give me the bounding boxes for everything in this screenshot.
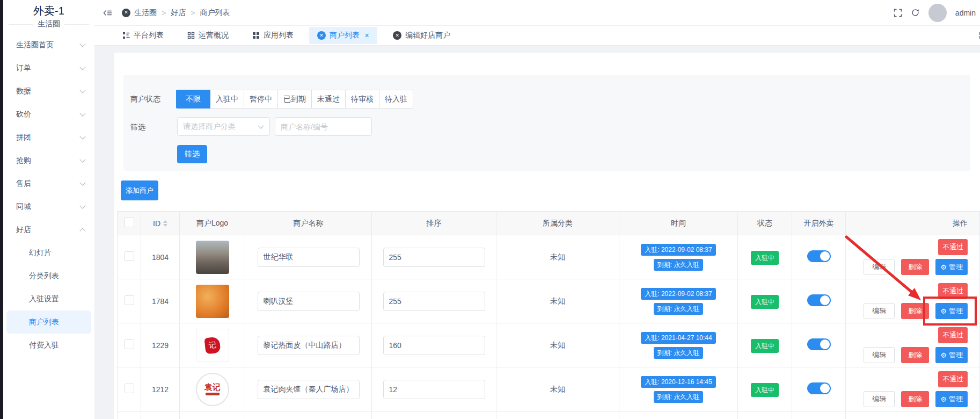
sidebar-item-home[interactable]: 生活圈首页 (3, 33, 94, 56)
reject-button[interactable]: 不通过 (938, 327, 968, 343)
reject-button[interactable]: 不通过 (938, 239, 968, 255)
merchant-id: 1229 (141, 323, 180, 367)
fullscreen-icon[interactable] (894, 9, 902, 17)
select-all-checkbox[interactable] (125, 218, 134, 227)
join-time-badge: 入驻: 2021-04-27 10:44 (641, 332, 715, 344)
status-option-rejected[interactable]: 未通过 (311, 90, 346, 109)
status-option-active[interactable]: 入驻中 (210, 90, 244, 109)
column-id[interactable]: ID (153, 219, 160, 228)
merchant-id: 1212 (141, 367, 180, 411)
breadcrumb-item[interactable]: 好店 (171, 8, 186, 18)
table-row: 1784 未知 入驻: 2022-09-02 08:37到期: 永久入驻 入驻中… (118, 279, 980, 323)
sort-input[interactable] (383, 380, 485, 399)
edit-button[interactable]: 编辑 (864, 391, 895, 407)
takeout-toggle[interactable] (807, 382, 831, 394)
edit-button[interactable]: 编辑 (864, 303, 895, 319)
delete-button[interactable]: 删除 (901, 391, 929, 407)
sidebar-item-flash-sale[interactable]: 抢购 (3, 149, 94, 172)
delete-button[interactable]: 删除 (901, 303, 929, 319)
username[interactable]: admin (955, 9, 976, 17)
sort-input[interactable] (383, 248, 485, 267)
tab-app-list[interactable]: 应用列表 (244, 27, 302, 44)
merchant-logo (196, 285, 229, 318)
sidebar-item-orders[interactable]: 订单 (3, 56, 94, 80)
sidebar-subitem-merchant-list[interactable]: 商户列表 (6, 310, 91, 334)
filter-panel: 商户状态 不限 入驻中 暂停中 已到期 未通过 待审核 待入驻 筛选 请选择商户… (123, 75, 970, 171)
tab-platform-list[interactable]: 平台列表 (114, 27, 172, 44)
takeout-toggle[interactable] (807, 338, 831, 350)
sidebar-item-group-buy[interactable]: 拼团 (3, 126, 94, 149)
reject-button[interactable]: 不通过 (938, 283, 968, 299)
tab-operation-overview[interactable]: 运营概况 (179, 27, 237, 44)
join-time-badge: 入驻: 2020-12-16 14:45 (641, 376, 715, 388)
add-merchant-button[interactable]: 添加商户 (121, 180, 158, 200)
sidebar-item-bargain[interactable]: 砍价 (3, 103, 94, 126)
merchant-keyword-input[interactable] (275, 117, 372, 136)
sidebar-item-data[interactable]: 数据 (3, 80, 94, 103)
edit-button[interactable]: 编辑 (864, 259, 895, 275)
status-option-all[interactable]: 不限 (176, 90, 210, 109)
edit-button[interactable]: 编辑 (864, 347, 895, 363)
merchant-name-input[interactable] (258, 248, 360, 267)
gear-icon: ⚙ (940, 308, 947, 315)
merchant-list-page: 外卖-1 生活圈 生活圈首页 订单 数据 砍价 拼团 抢购 售后 同城 好店 幻… (0, 0, 980, 419)
status-option-pending-review[interactable]: 待审核 (345, 90, 379, 109)
status-badge: 入驻中 (751, 295, 779, 309)
chevron-down-icon (79, 41, 85, 47)
merchant-category-select[interactable]: 请选择商户分类 (177, 117, 270, 136)
topbar-right: admin (894, 4, 976, 22)
sort-icon[interactable] (163, 220, 167, 227)
row-checkbox[interactable] (125, 339, 134, 349)
status-option-pending-entry[interactable]: 待入驻 (379, 90, 413, 109)
grid-filled-icon (252, 32, 260, 39)
column-time: 时间 (619, 212, 738, 235)
collapse-sidebar-icon[interactable] (103, 9, 112, 17)
manage-button-highlighted[interactable]: ⚙管理 (935, 303, 968, 319)
life-circle-icon: ✕ (317, 31, 326, 40)
status-option-paused[interactable]: 暂停中 (244, 90, 278, 109)
delete-button[interactable]: 删除 (901, 259, 929, 275)
sort-input[interactable] (383, 336, 485, 355)
status-option-expired[interactable]: 已到期 (277, 90, 312, 109)
sidebar-subitem-category-list[interactable]: 分类列表 (3, 264, 94, 287)
table-row: 1804 未知 入驻: 2022-09-02 08:37到期: 永久入驻 入驻中… (118, 235, 980, 279)
expire-badge: 到期: 永久入驻 (654, 303, 704, 315)
tabbar: 平台列表 运营概况 应用列表 ✕ 商户列表 ✕ ✕ 编辑好店商户 (94, 26, 980, 46)
merchant-category: 未知 (496, 279, 619, 323)
topbar: ✕ 生活圈 > 好店 > 商户列表 admin (94, 0, 980, 26)
merchant-name-input[interactable] (258, 336, 360, 355)
row-checkbox[interactable] (125, 251, 134, 261)
refresh-icon[interactable] (911, 8, 920, 17)
sidebar-subitem-slides[interactable]: 幻灯片 (3, 241, 94, 264)
reject-button[interactable]: 不通过 (938, 371, 968, 387)
filter-row-label: 筛选 (130, 122, 179, 132)
row-checkbox[interactable] (125, 384, 134, 393)
manage-button[interactable]: ⚙管理 (935, 259, 968, 275)
row-checkbox[interactable] (125, 295, 134, 305)
chevron-down-icon (79, 133, 85, 139)
table-row-partial: 不通过 (118, 411, 980, 419)
avatar[interactable] (928, 4, 947, 22)
merchant-name-input[interactable] (258, 380, 360, 399)
sidebar-item-good-shop[interactable]: 好店 (3, 218, 94, 241)
takeout-toggle[interactable] (807, 294, 831, 306)
manage-button[interactable]: ⚙管理 (935, 391, 968, 407)
chevron-down-icon (79, 110, 85, 116)
breadcrumb-item[interactable]: 生活圈 (134, 8, 157, 18)
tab-edit-merchant[interactable]: ✕ 编辑好店商户 (385, 27, 458, 44)
sidebar-item-after-sale[interactable]: 售后 (3, 172, 94, 195)
manage-button[interactable]: ⚙管理 (935, 347, 968, 363)
status-badge: 入驻中 (751, 339, 779, 353)
breadcrumb-separator: > (189, 9, 196, 17)
filter-submit-button[interactable]: 筛选 (177, 145, 207, 163)
merchant-name-input[interactable] (258, 292, 360, 311)
tab-merchant-list[interactable]: ✕ 商户列表 ✕ (309, 27, 377, 44)
gear-icon: ⚙ (940, 396, 947, 403)
close-tab-icon[interactable]: ✕ (364, 32, 369, 39)
sidebar-item-city[interactable]: 同城 (3, 195, 94, 218)
takeout-toggle[interactable] (807, 250, 831, 262)
sidebar-subitem-entry-settings[interactable]: 入驻设置 (3, 287, 94, 310)
sort-input[interactable] (383, 292, 485, 311)
sidebar-subitem-paid-entry[interactable]: 付费入驻 (3, 334, 94, 357)
delete-button[interactable]: 删除 (901, 347, 929, 363)
